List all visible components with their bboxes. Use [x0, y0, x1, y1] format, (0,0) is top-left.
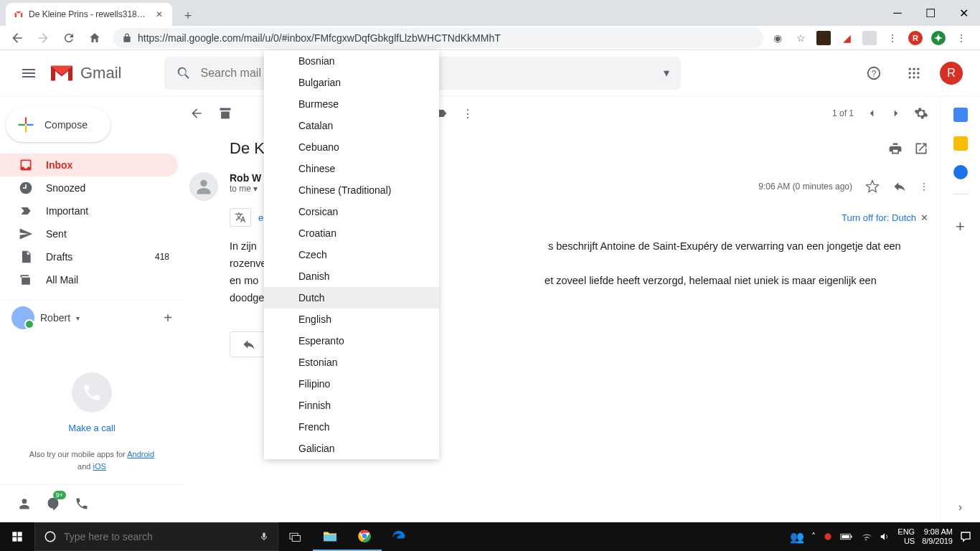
support-icon[interactable]: ?: [859, 59, 888, 88]
taskview-icon[interactable]: [278, 522, 313, 551]
archive-icon[interactable]: [218, 106, 232, 121]
ext-icon-2[interactable]: ◢: [839, 31, 854, 45]
ext-icon-1[interactable]: [816, 31, 831, 45]
people-icon[interactable]: 👥: [790, 530, 804, 544]
chrome-menu-icon[interactable]: ⋮: [954, 31, 969, 45]
contacts-tab-icon[interactable]: [11, 491, 37, 517]
keep-addon-icon[interactable]: [953, 136, 968, 151]
make-call-link[interactable]: Make a call: [68, 423, 116, 433]
bookmark-star-icon[interactable]: ☆: [793, 31, 808, 45]
tray-up-icon[interactable]: ˄: [811, 532, 816, 542]
battery-icon[interactable]: [840, 532, 853, 541]
lang-option[interactable]: Esperanto: [264, 330, 439, 352]
reply-icon[interactable]: [892, 179, 907, 194]
tab-close-icon[interactable]: ✕: [154, 9, 165, 20]
reply-button[interactable]: [230, 331, 268, 357]
chrome-app-icon[interactable]: [347, 522, 382, 551]
lang-option[interactable]: French: [264, 416, 439, 438]
profile-ext-icon[interactable]: R: [908, 31, 923, 45]
start-button[interactable]: [0, 522, 34, 551]
url-input[interactable]: https://mail.google.com/mail/u/0/#inbox/…: [113, 28, 763, 48]
volume-icon[interactable]: [879, 532, 890, 542]
hangouts-user[interactable]: Robert ▾ +: [11, 306, 172, 329]
tray-icon-1[interactable]: [823, 532, 833, 542]
wifi-icon[interactable]: [860, 532, 872, 542]
lang-option[interactable]: Burmese: [264, 93, 439, 115]
back-button[interactable]: [6, 27, 29, 50]
lang-option[interactable]: Filipino: [264, 373, 439, 395]
lang-option[interactable]: Bulgarian: [264, 72, 439, 93]
maximize-button[interactable]: ☐: [914, 0, 947, 26]
new-tab-button[interactable]: +: [178, 6, 198, 26]
lang-option[interactable]: Chinese (Traditional): [264, 179, 439, 201]
ext-icon-4[interactable]: ⋮: [885, 31, 900, 45]
lang-option[interactable]: Chinese: [264, 158, 439, 179]
popout-icon[interactable]: [914, 141, 928, 156]
edge-app-icon[interactable]: [382, 522, 416, 551]
nav-drafts[interactable]: Drafts418: [0, 245, 178, 268]
ext-icon-3[interactable]: [862, 31, 877, 45]
taskbar-lang[interactable]: ENGUS: [897, 527, 915, 546]
nav-sent[interactable]: Sent: [0, 222, 178, 245]
forward-button[interactable]: [32, 27, 55, 50]
settings-icon[interactable]: [914, 106, 928, 121]
taskbar-clock[interactable]: 9:08 AM8/9/2019: [922, 527, 953, 546]
lang-option[interactable]: Czech: [264, 244, 439, 265]
lang-option[interactable]: Cebuano: [264, 136, 439, 158]
gmail-logo[interactable]: Gmail: [49, 63, 121, 83]
tasks-addon-icon[interactable]: [953, 165, 968, 179]
hangouts-dropdown-icon[interactable]: ▾: [76, 314, 80, 322]
mic-icon[interactable]: [259, 530, 269, 543]
more-icon[interactable]: ⋮: [462, 107, 473, 121]
browser-tab[interactable]: De Kleine Prins - rewells318@gm ✕: [6, 3, 172, 26]
nav-snoozed[interactable]: Snoozed: [0, 176, 178, 199]
profile-avatar[interactable]: R: [940, 62, 963, 85]
apps-grid-icon[interactable]: [900, 59, 928, 88]
turn-off-link[interactable]: Turn off for: Dutch: [842, 212, 916, 223]
nav-allmail[interactable]: All Mail: [0, 268, 178, 291]
translate-icon[interactable]: [230, 208, 251, 227]
taskbar-search[interactable]: [34, 522, 278, 551]
main-menu-button[interactable]: [11, 56, 46, 90]
lang-option[interactable]: English: [264, 309, 439, 330]
lang-option[interactable]: Corsican: [264, 201, 439, 222]
next-page-icon[interactable]: [890, 107, 903, 120]
ios-link[interactable]: iOS: [93, 462, 106, 471]
back-to-inbox-icon[interactable]: [189, 106, 204, 121]
lang-option[interactable]: Catalan: [264, 115, 439, 136]
lang-option[interactable]: Bosnian: [264, 50, 439, 72]
lang-option[interactable]: Danish: [264, 265, 439, 287]
get-addons-icon[interactable]: +: [956, 217, 965, 236]
android-link[interactable]: Android: [127, 450, 154, 458]
hangouts-tab-icon[interactable]: 9+: [40, 491, 66, 517]
sender-avatar[interactable]: [189, 172, 218, 201]
lang-option[interactable]: Finnish: [264, 395, 439, 416]
print-icon[interactable]: [888, 141, 903, 156]
explorer-app-icon[interactable]: [313, 522, 347, 551]
home-button[interactable]: [83, 27, 106, 50]
hide-panel-icon[interactable]: ›: [958, 501, 962, 514]
prev-page-icon[interactable]: [865, 107, 878, 120]
notifications-icon[interactable]: [960, 531, 971, 542]
recipient-dropdown-icon[interactable]: ▾: [253, 184, 258, 194]
taskbar-search-input[interactable]: [64, 531, 252, 542]
phone-tab-icon[interactable]: [69, 491, 95, 517]
lang-option[interactable]: Croatian: [264, 222, 439, 244]
translate-close-icon[interactable]: ✕: [920, 212, 928, 223]
more-actions-icon[interactable]: ⋮: [920, 182, 928, 192]
lang-option[interactable]: Estonian: [264, 352, 439, 373]
lang-option[interactable]: Dutch: [264, 287, 439, 309]
eye-icon[interactable]: ◉: [771, 31, 785, 45]
calendar-addon-icon[interactable]: [953, 108, 968, 122]
nav-important[interactable]: Important: [0, 199, 178, 222]
close-window-button[interactable]: ✕: [947, 0, 980, 26]
minimize-button[interactable]: ─: [881, 0, 914, 26]
star-icon[interactable]: [865, 179, 880, 194]
nav-inbox[interactable]: Inbox: [0, 154, 178, 176]
language-list[interactable]: BosnianBulgarianBurmeseCatalanCebuanoChi…: [264, 50, 439, 459]
compose-button[interactable]: Compose: [6, 108, 110, 142]
phone-icon[interactable]: [72, 372, 112, 413]
ext-icon-green[interactable]: ✦: [931, 31, 946, 45]
lang-option[interactable]: Galician: [264, 438, 439, 459]
hangouts-add-icon[interactable]: +: [164, 310, 172, 326]
